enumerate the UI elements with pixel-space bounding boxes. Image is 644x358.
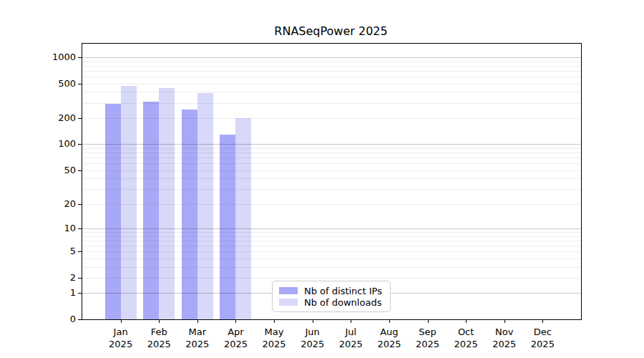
bar-downloads-0 bbox=[121, 86, 137, 319]
legend-swatch bbox=[279, 299, 298, 306]
gridline-minor bbox=[82, 267, 581, 268]
gridline-major bbox=[82, 228, 581, 229]
gridline-minor bbox=[82, 118, 581, 119]
gridline-minor bbox=[82, 241, 581, 241]
y-tick-mark bbox=[78, 228, 82, 229]
y-tick-label: 2 bbox=[33, 272, 76, 284]
bar-distinct-ips-2 bbox=[182, 110, 197, 319]
x-tick-label-line: 2025 bbox=[517, 338, 567, 350]
y-tick-label: 100 bbox=[33, 138, 76, 150]
gridline-minor bbox=[82, 77, 581, 77]
y-tick-label: 10 bbox=[33, 223, 76, 234]
legend-swatch bbox=[279, 287, 298, 294]
gridline-minor bbox=[82, 204, 581, 205]
y-tick-mark bbox=[78, 319, 82, 320]
gridline-minor bbox=[82, 66, 581, 67]
y-tick-mark bbox=[78, 251, 82, 252]
y-tick-mark bbox=[78, 118, 82, 119]
x-tick-mark bbox=[428, 319, 429, 323]
x-tick-mark bbox=[313, 319, 313, 323]
y-tick-mark bbox=[78, 144, 82, 145]
y-tick-mark bbox=[78, 57, 82, 58]
gridline-minor bbox=[82, 71, 581, 72]
y-tick-mark bbox=[78, 278, 82, 279]
gridline-minor bbox=[82, 148, 581, 149]
gridline-minor bbox=[82, 236, 581, 237]
gridline-minor bbox=[82, 158, 581, 158]
y-tick-mark bbox=[78, 204, 82, 205]
bar-distinct-ips-3 bbox=[220, 135, 235, 319]
x-tick-mark bbox=[235, 319, 236, 323]
y-tick-label: 200 bbox=[33, 112, 76, 124]
gridline-major bbox=[82, 144, 581, 145]
x-tick-mark bbox=[389, 319, 390, 323]
x-tick-mark bbox=[351, 319, 351, 323]
bar-downloads-2 bbox=[197, 93, 213, 319]
x-tick-mark bbox=[504, 319, 505, 323]
gridline-minor bbox=[82, 170, 581, 171]
gridline-minor bbox=[82, 246, 581, 246]
plot-area: Nb of distinct IPs Nb of downloads 01251… bbox=[82, 43, 582, 320]
legend-item: Nb of downloads bbox=[279, 297, 384, 308]
gridline-minor bbox=[82, 92, 581, 92]
gridline-minor bbox=[82, 62, 581, 62]
y-tick-label: 500 bbox=[33, 78, 76, 90]
figure: RNASeqPower 2025 Nb of distinct IPs Nb o… bbox=[0, 0, 644, 358]
gridline-minor bbox=[82, 251, 581, 252]
legend-label: Nb of distinct IPs bbox=[304, 286, 382, 296]
gridline-minor bbox=[82, 153, 581, 153]
y-tick-label: 50 bbox=[33, 165, 76, 176]
x-tick-mark bbox=[197, 319, 198, 323]
y-tick-mark bbox=[78, 293, 82, 294]
gridline-minor bbox=[82, 163, 581, 164]
bar-distinct-ips-0 bbox=[105, 104, 121, 319]
y-tick-mark bbox=[78, 84, 82, 84]
gridline-minor bbox=[82, 278, 581, 279]
legend-item: Nb of distinct IPs bbox=[279, 286, 384, 296]
x-tick-mark bbox=[274, 319, 275, 323]
bar-distinct-ips-1 bbox=[143, 102, 159, 319]
y-tick-label: 5 bbox=[33, 246, 76, 257]
x-tick-label: Dec2025 bbox=[517, 326, 567, 350]
gridline-minor bbox=[82, 258, 581, 259]
gridline-minor bbox=[82, 103, 581, 104]
gridline-major bbox=[82, 57, 581, 58]
legend: Nb of distinct IPs Nb of downloads bbox=[272, 281, 391, 312]
x-tick-mark bbox=[159, 319, 160, 323]
y-tick-mark bbox=[78, 170, 82, 171]
y-tick-label: 1 bbox=[33, 287, 76, 299]
gridline-minor bbox=[82, 189, 581, 190]
y-tick-label: 1000 bbox=[33, 52, 76, 63]
x-tick-label-line: Dec bbox=[517, 326, 567, 338]
chart-title: RNASeqPower 2025 bbox=[82, 24, 580, 38]
x-tick-mark bbox=[121, 319, 122, 323]
gridline-minor bbox=[82, 178, 581, 179]
y-tick-label: 20 bbox=[33, 198, 76, 210]
y-tick-label: 0 bbox=[33, 314, 76, 325]
x-tick-mark bbox=[466, 319, 467, 323]
x-tick-mark bbox=[542, 319, 543, 323]
gridline-minor bbox=[82, 232, 581, 233]
gridline-minor bbox=[82, 84, 581, 84]
legend-label: Nb of downloads bbox=[304, 297, 381, 308]
